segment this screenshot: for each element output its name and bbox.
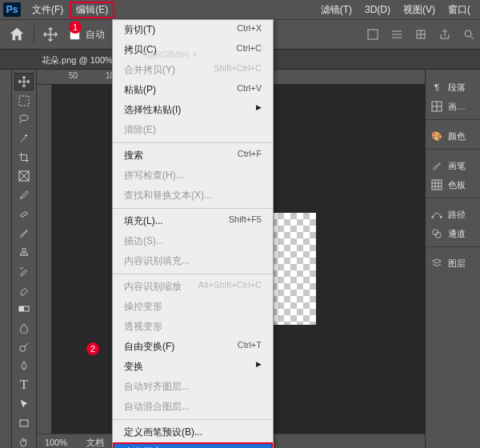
tool-history-brush[interactable] [14, 262, 34, 280]
menu-fill[interactable]: 填充(L)...Shift+F5 [113, 211, 273, 231]
separator [113, 274, 273, 274]
menu-free-transform[interactable]: 自由变换(F)Ctrl+T [113, 337, 273, 357]
panel-color[interactable]: 🎨颜色 [426, 126, 480, 146]
svg-rect-4 [20, 211, 27, 217]
svg-rect-0 [368, 30, 378, 39]
menu-auto-align: 自动对齐图层... [113, 377, 273, 397]
tool-hand[interactable] [14, 433, 34, 448]
tool-frame[interactable] [14, 168, 34, 186]
menu-clear: 清除(E) [113, 120, 273, 140]
auto-select-label: 自动 [86, 28, 105, 42]
home-icon[interactable] [8, 26, 26, 43]
opt-icon-1[interactable] [365, 26, 381, 42]
doc-info: 文档 [86, 437, 104, 449]
tool-eraser[interactable] [14, 282, 34, 299]
swatches-icon [430, 178, 443, 191]
tool-type[interactable]: T [14, 376, 34, 394]
app-logo: Ps [3, 2, 21, 17]
tool-rectangle[interactable] [14, 414, 34, 432]
menu-paste[interactable]: 粘贴(P)Ctrl+V [113, 80, 273, 100]
menu-content-fill: 内容识别填充... [113, 251, 273, 271]
menu-define-pattern[interactable]: 定义图案... [113, 442, 273, 448]
layers-icon [430, 257, 443, 270]
menu-puppet: 操控变形 [113, 297, 273, 317]
menu-transform[interactable]: 变换 [113, 357, 273, 377]
annotation-badge-1: 1 [69, 21, 82, 34]
menu-find-replace: 查找和替换文本(X)... [113, 186, 273, 206]
svg-point-1 [465, 30, 471, 37]
svg-rect-8 [20, 420, 28, 426]
tool-marquee[interactable] [14, 92, 34, 110]
svg-rect-10 [432, 180, 442, 190]
menubar: Ps 文件(F) 编辑(E) 滤镜(T) 3D(D) 视图(V) 窗口( [0, 0, 480, 19]
menu-file[interactable]: 文件(F) [26, 2, 70, 18]
edit-menu-dropdown: 剪切(T)Ctrl+X 拷贝(C)Ctrl+C 合并拷贝(Y)Shift+Ctr… [112, 19, 274, 448]
panel-channels[interactable]: 通道 [426, 224, 480, 243]
menu-window[interactable]: 窗口( [442, 2, 477, 18]
right-panels: ¶段落 画… 🎨颜色 画笔 色板 路径 通道 图层 [425, 70, 480, 448]
separator [113, 419, 273, 420]
opt-icon-2[interactable] [389, 26, 405, 42]
svg-point-11 [431, 216, 434, 218]
menu-copy-merged: 合并拷贝(Y)Shift+Ctrl+C [113, 60, 273, 80]
tool-gradient[interactable] [14, 300, 34, 318]
separator [113, 208, 273, 209]
divider [34, 26, 34, 43]
move-tool-options-icon [42, 26, 58, 42]
panel-layers[interactable]: 图层 [426, 254, 480, 273]
svg-point-7 [20, 346, 26, 351]
panel-paragraph[interactable]: ¶段落 [426, 78, 480, 97]
tool-eyedropper[interactable] [14, 186, 34, 204]
tools-collapse-strip[interactable] [0, 70, 12, 448]
tool-stamp[interactable] [14, 243, 34, 261]
menu-edit[interactable]: 编辑(E) [70, 2, 114, 18]
menu-paste-special[interactable]: 选择性粘贴(I) [113, 100, 273, 120]
glyphs-icon [430, 100, 443, 113]
menu-spelling: 拼写检查(H)... [113, 166, 273, 186]
annotation-badge-2: 2 [86, 342, 99, 355]
tool-dodge[interactable] [14, 338, 34, 356]
brush-icon [430, 159, 443, 172]
panel-brushes[interactable]: 画笔 [426, 156, 480, 175]
menu-cut[interactable]: 剪切(T)Ctrl+X [113, 20, 273, 40]
tool-blur[interactable] [14, 319, 34, 337]
tool-brush[interactable] [14, 225, 34, 242]
tool-pen[interactable] [14, 358, 34, 375]
panel-glyphs[interactable]: 画… [426, 97, 480, 116]
menu-3d[interactable]: 3D(D) [358, 2, 397, 17]
panel-paths[interactable]: 路径 [426, 205, 480, 224]
menu-brush-preset[interactable]: 定义画笔预设(B)... [113, 422, 273, 442]
svg-rect-2 [19, 96, 29, 106]
channels-icon [430, 227, 443, 240]
panel-swatches[interactable]: 色板 [426, 175, 480, 194]
menu-filter[interactable]: 滤镜(T) [314, 2, 358, 18]
search-icon[interactable] [461, 26, 477, 42]
tool-wand[interactable] [14, 130, 34, 147]
opt-icon-3[interactable] [413, 26, 429, 42]
menu-search[interactable]: 搜索Ctrl+F [113, 146, 273, 166]
tool-crop[interactable] [14, 149, 34, 166]
zoom-level[interactable]: 100% [45, 438, 67, 447]
svg-point-12 [440, 216, 442, 218]
menu-content-scale: 内容识别缩放Alt+Shift+Ctrl+C [113, 277, 273, 297]
tool-move[interactable] [14, 73, 34, 90]
menu-view[interactable]: 视图(V) [397, 2, 442, 18]
share-icon[interactable] [437, 26, 453, 42]
menu-auto-blend: 自动混合图层... [113, 397, 273, 417]
ruler-vertical [37, 85, 52, 434]
tools-panel: T [12, 70, 37, 448]
menu-perspective: 透视变形 [113, 317, 273, 337]
menu-copy[interactable]: 拷贝(C)Ctrl+C [113, 40, 273, 60]
tool-lasso[interactable] [14, 110, 34, 128]
document-tab-1[interactable]: 花朵.png @ 100% [35, 52, 119, 69]
paragraph-icon: ¶ [430, 81, 443, 94]
menu-stroke: 描边(S)... [113, 231, 273, 251]
paths-icon [430, 208, 443, 221]
tool-path-select[interactable] [14, 395, 34, 413]
separator [113, 142, 273, 143]
svg-rect-6 [19, 306, 24, 311]
palette-icon: 🎨 [430, 130, 443, 142]
tool-heal[interactable] [14, 206, 34, 223]
